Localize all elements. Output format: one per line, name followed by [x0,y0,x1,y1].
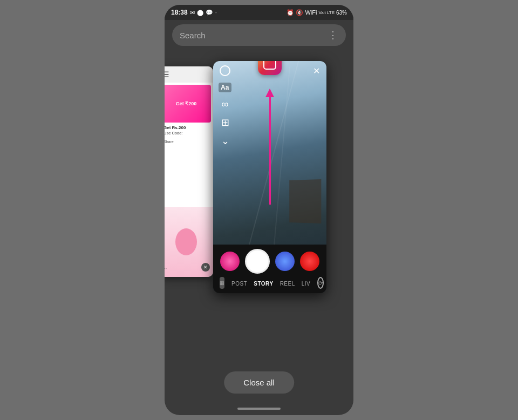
close-all-button[interactable]: Close all [224,371,294,394]
shutter-button[interactable] [245,249,270,274]
banner-text: Get ₹200 [176,101,197,106]
ig-mode-labels: POST STORY REEL LIV [224,277,317,289]
side-card-options-dots[interactable]: ··· [165,266,167,272]
promo-banner: Get ₹200 [165,85,211,123]
status-wifi-icon: WiFi [305,9,317,16]
side-card-body: Get ₹200 Get Rs.200 Use Code: Share [165,83,213,147]
side-card-header: ☰ [165,66,213,83]
promo-text: Get Rs.200 Use Code: [165,123,211,139]
hamburger-icon: ☰ [165,70,169,79]
promo-line2: Use Code: [165,131,209,137]
status-battery: 63% [336,10,347,16]
ig-infinity-tool[interactable]: ∞ [219,98,231,111]
status-extra-icon: ⬤ [197,9,203,16]
status-alarm-icon: ⏰ [287,9,294,16]
mode-story[interactable]: STORY [251,280,276,288]
instagram-app-card[interactable]: ✕ Aa ∞ ⊞ ⌄ [213,61,326,293]
status-time: 18:38 [171,9,188,16]
app-icon-container [258,61,282,75]
status-mute-icon: 🔇 [296,9,303,16]
gallery-icon[interactable]: ▦ [220,277,224,289]
room-line-2 [273,67,290,252]
phone-screen: 18:38 ✉ ⬤ 💬 · ⏰ 🔇 WiFi Valt LTE 63% Sear… [165,5,353,415]
mode-live[interactable]: LIV [299,280,313,288]
flip-icon-inner: ⟳ [318,280,323,286]
ig-text-tool[interactable]: Aa [219,83,231,92]
ig-chevron-tool[interactable]: ⌄ [219,134,231,147]
gallery-icon-inner: ▦ [220,280,224,286]
mode-reel[interactable]: REEL [277,280,298,288]
ig-left-tools: Aa ∞ ⊞ ⌄ [219,83,231,147]
mode-post[interactable]: POST [229,280,250,288]
ig-mode-bar: ▦ POST STORY REEL LIV ⟳ [213,276,326,290]
search-more-options-icon[interactable]: ⋮ [328,29,338,41]
side-app-card[interactable]: ☰ Get ₹200 Get Rs.200 Use Code: Share ··… [165,66,213,277]
status-left: 18:38 ✉ ⬤ 💬 · [171,9,217,16]
ig-target-icon[interactable] [220,65,230,76]
ig-close-button[interactable]: ✕ [313,66,320,76]
promo-line1: Get Rs.200 [165,125,209,131]
status-bar: 18:38 ✉ ⬤ 💬 · ⏰ 🔇 WiFi Valt LTE 63% [165,5,353,20]
filter-btn-pink[interactable] [220,252,240,271]
camera-view: ✕ Aa ∞ ⊞ ⌄ [213,61,326,293]
status-msg-icon: 💬 [206,9,213,16]
status-mail-icon: ✉ [190,9,195,16]
shelf-shape [289,179,321,223]
search-placeholder: Search [180,31,206,40]
status-dot-icon: · [215,9,217,16]
side-card-close-button[interactable]: ✕ [201,263,210,272]
gesture-bar [237,408,281,410]
balloon-decoration [175,228,197,255]
share-option[interactable]: Share [165,139,211,145]
instagram-app-icon [258,61,282,75]
ig-bottom-controls: ▦ POST STORY REEL LIV ⟳ [213,245,326,293]
camera-flip-icon[interactable]: ⟳ [317,277,324,289]
ig-filter-row [213,245,326,276]
status-right: ⏰ 🔇 WiFi Valt LTE 63% [287,9,347,16]
search-bar[interactable]: Search ⋮ [172,24,346,46]
status-signal-icon: Valt LTE [318,10,335,15]
filter-btn-blue[interactable] [275,252,295,271]
ig-layout-tool[interactable]: ⊞ [219,116,231,129]
filter-btn-red[interactable] [300,252,319,271]
recent-apps-area: ☰ Get ₹200 Get Rs.200 Use Code: Share ··… [165,50,353,415]
